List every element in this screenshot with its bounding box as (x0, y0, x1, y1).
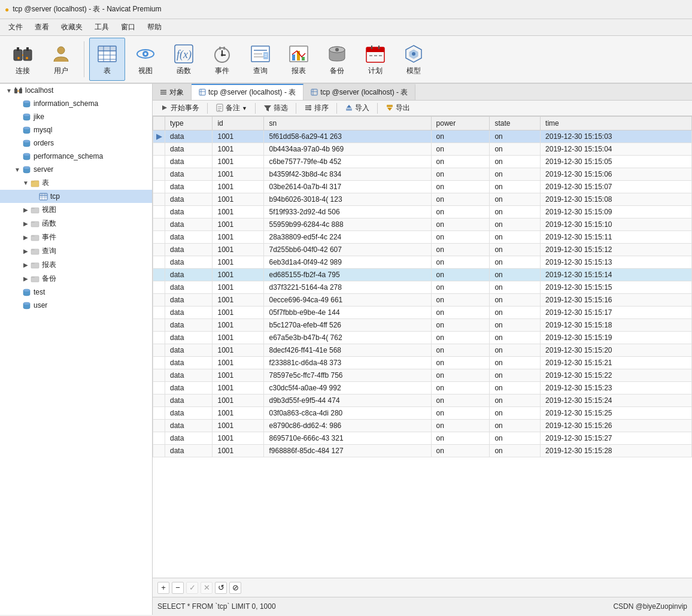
cell-sn-21[interactable]: d9b3d55f-e9f5-44 474 (264, 395, 431, 407)
cell-state-5[interactable]: on (490, 193, 541, 206)
cell-id-22[interactable]: 1001 (213, 407, 264, 420)
cell-type-10[interactable]: data (165, 256, 213, 269)
cell-power-9[interactable]: on (431, 244, 490, 256)
table-row[interactable]: data1001c6be7577-79fe-4b 452onon2019-12-… (153, 156, 692, 168)
sidebar-item-user[interactable]: user (0, 299, 152, 312)
cell-time-24[interactable]: 2019-12-30 15:15:27 (541, 432, 692, 445)
cell-state-4[interactable]: on (490, 181, 541, 193)
cell-sn-12[interactable]: d37f3221-5164-4a 278 (264, 281, 431, 294)
cell-type-14[interactable]: data (165, 307, 213, 319)
sidebar-item-information_schema[interactable]: information_schema (0, 97, 152, 110)
table-row[interactable]: ▶data10015f61dd58-6a29-41 263onon2019-12… (153, 131, 692, 143)
cell-power-22[interactable]: on (431, 407, 490, 420)
cell-state-2[interactable]: on (490, 156, 541, 168)
table-row[interactable]: data10018decf426-ff41-41e 568onon2019-12… (153, 344, 692, 357)
sidebar-item-server-reports[interactable]: ▶报表 (0, 258, 152, 272)
tab-tab-table1[interactable]: tcp @server (localhost) - 表 (192, 84, 303, 100)
cell-time-3[interactable]: 2019-12-30 15:15:06 (541, 168, 692, 181)
cell-id-23[interactable]: 1001 (213, 420, 264, 432)
stop-button[interactable]: ⊘ (229, 582, 241, 594)
toolbar-item-report[interactable]: 报表 (281, 38, 317, 81)
cell-id-11[interactable]: 1001 (213, 269, 264, 281)
toolbar-item-event[interactable]: 事件 (204, 38, 240, 81)
cell-time-4[interactable]: 2019-12-30 15:15:07 (541, 181, 692, 193)
cell-power-5[interactable]: on (431, 193, 490, 206)
cell-type-3[interactable]: data (165, 168, 213, 181)
col-header-id[interactable]: id (213, 117, 264, 131)
table-row[interactable]: data10010b4434aa-97a0-4b 969onon2019-12-… (153, 143, 692, 156)
cell-sn-10[interactable]: 6eb3d1a4-0f49-42 989 (264, 256, 431, 269)
cell-time-13[interactable]: 2019-12-30 15:15:16 (541, 294, 692, 307)
cell-state-10[interactable]: on (490, 256, 541, 269)
chevron-server-tables[interactable]: ▼ (22, 180, 30, 186)
cell-sn-7[interactable]: 55959b99-6284-4c 888 (264, 219, 431, 231)
cell-time-22[interactable]: 2019-12-30 15:15:25 (541, 407, 692, 420)
cell-sn-0[interactable]: 5f61dd58-6a29-41 263 (264, 131, 431, 143)
cell-time-14[interactable]: 2019-12-30 15:15:17 (541, 307, 692, 319)
cell-time-25[interactable]: 2019-12-30 15:15:28 (541, 445, 692, 457)
cell-state-24[interactable]: on (490, 432, 541, 445)
cell-state-20[interactable]: on (490, 382, 541, 395)
cell-type-7[interactable]: data (165, 219, 213, 231)
cell-id-10[interactable]: 1001 (213, 256, 264, 269)
sidebar-item-server-views[interactable]: ▶视图 (0, 203, 152, 217)
cell-type-21[interactable]: data (165, 395, 213, 407)
cell-state-15[interactable]: on (490, 319, 541, 332)
cell-power-20[interactable]: on (431, 382, 490, 395)
cell-power-6[interactable]: on (431, 206, 490, 219)
cell-time-7[interactable]: 2019-12-30 15:15:10 (541, 219, 692, 231)
cell-power-23[interactable]: on (431, 420, 490, 432)
table-row[interactable]: data100103be2614-0a7b-4l 317onon2019-12-… (153, 181, 692, 193)
cell-state-11[interactable]: on (490, 269, 541, 281)
cell-id-5[interactable]: 1001 (213, 193, 264, 206)
sidebar-item-server-functions[interactable]: ▶函数 (0, 217, 152, 230)
menu-item-文件[interactable]: 文件 (2, 20, 29, 35)
cell-time-10[interactable]: 2019-12-30 15:15:13 (541, 256, 692, 269)
cell-state-13[interactable]: on (490, 294, 541, 307)
cell-id-12[interactable]: 1001 (213, 281, 264, 294)
sidebar-item-server-tables[interactable]: ▼表 (0, 176, 152, 190)
cell-time-23[interactable]: 2019-12-30 15:15:26 (541, 420, 692, 432)
cell-state-22[interactable]: on (490, 407, 541, 420)
cell-time-2[interactable]: 2019-12-30 15:15:05 (541, 156, 692, 168)
cell-sn-16[interactable]: e67a5e3b-b47b-4( 762 (264, 332, 431, 344)
obj-btn-sort[interactable]: 排序 (299, 101, 334, 115)
cell-id-14[interactable]: 1001 (213, 307, 264, 319)
cell-time-16[interactable]: 2019-12-30 15:15:19 (541, 332, 692, 344)
cell-state-14[interactable]: on (490, 307, 541, 319)
sidebar-item-server-events[interactable]: ▶事件 (0, 230, 152, 244)
cell-state-6[interactable]: on (490, 206, 541, 219)
cell-id-15[interactable]: 1001 (213, 319, 264, 332)
cell-time-6[interactable]: 2019-12-30 15:15:09 (541, 206, 692, 219)
obj-btn-note[interactable]: 备注▼ (210, 101, 253, 115)
sidebar-item-jike[interactable]: jike (0, 110, 152, 123)
toolbar-item-query[interactable]: 查询 (242, 38, 278, 81)
cell-type-9[interactable]: data (165, 244, 213, 256)
table-row[interactable]: data1001c30dc5f4-a0ae-49 992onon2019-12-… (153, 382, 692, 395)
table-row[interactable]: data1001d9b3d55f-e9f5-44 474onon2019-12-… (153, 395, 692, 407)
tab-tab-object[interactable]: 对象 (153, 84, 192, 100)
table-row[interactable]: data1001f233881c-d6da-48 373onon2019-12-… (153, 357, 692, 369)
table-row[interactable]: data1001e67a5e3b-b47b-4( 762onon2019-12-… (153, 332, 692, 344)
cell-power-12[interactable]: on (431, 281, 490, 294)
table-row[interactable]: data1001e8790c86-dd62-4: 986onon2019-12-… (153, 420, 692, 432)
refresh-button[interactable]: ↺ (215, 582, 227, 594)
cell-power-8[interactable]: on (431, 231, 490, 244)
chevron-server-events[interactable]: ▶ (22, 234, 30, 241)
cell-state-17[interactable]: on (490, 344, 541, 357)
menu-item-收藏夹[interactable]: 收藏夹 (55, 20, 89, 35)
cell-state-19[interactable]: on (490, 369, 541, 382)
cell-sn-24[interactable]: 8695710e-666c-43 321 (264, 432, 431, 445)
cell-state-25[interactable]: on (490, 445, 541, 457)
table-row[interactable]: data100178597e5c-ffc7-4ffb 756onon2019-1… (153, 369, 692, 382)
table-row[interactable]: data1001b4359f42-3b8d-4c 834onon2019-12-… (153, 168, 692, 181)
cell-power-18[interactable]: on (431, 357, 490, 369)
cell-id-16[interactable]: 1001 (213, 332, 264, 344)
chevron-server-queries[interactable]: ▶ (22, 248, 30, 254)
table-row[interactable]: data1001b5c1270a-efeb-4ff 526onon2019-12… (153, 319, 692, 332)
obj-btn-filter[interactable]: 筛选 (258, 101, 293, 115)
cell-power-16[interactable]: on (431, 332, 490, 344)
tab-tab-table2[interactable]: tcp @server (localhost) - 表 (303, 84, 415, 100)
cell-power-3[interactable]: on (431, 168, 490, 181)
cell-sn-11[interactable]: ed685155-fb2f-4a 795 (264, 269, 431, 281)
